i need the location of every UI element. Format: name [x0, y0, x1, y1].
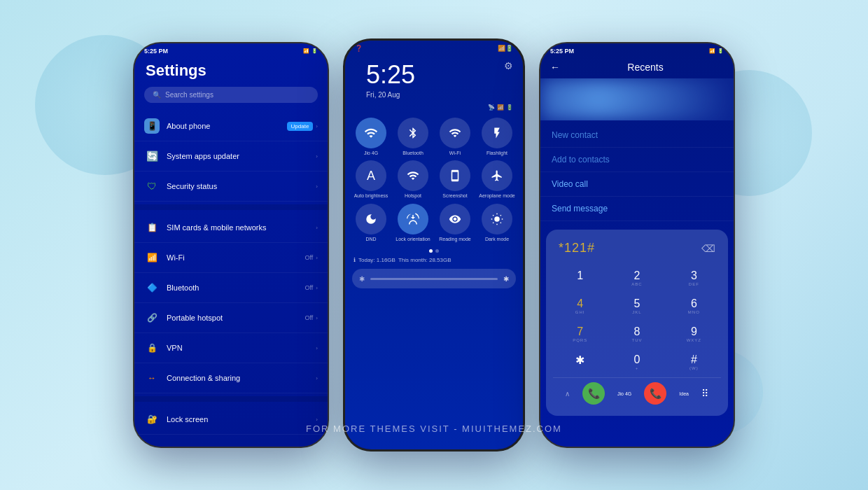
screenshot-icon [440, 160, 470, 191]
qs-time-row: 5:25 Fri, 20 Aug ⚙ [345, 52, 523, 104]
dial-num-5: 5 [634, 298, 640, 310]
dial-key-8[interactable]: 8 TUV [610, 321, 664, 346]
dial-sub-2: ABC [631, 282, 642, 286]
recents-item-newcontact[interactable]: New contact [540, 123, 734, 148]
hotspot-tile-label: Hotspot [405, 193, 421, 199]
settings-item-vpn[interactable]: 🔒 VPN › [134, 333, 328, 363]
rotation-icon [398, 204, 428, 234]
call-icon-1: 📞 [588, 388, 600, 399]
updater-label: System apps updater [167, 152, 316, 160]
dial-num-hash: # [691, 354, 697, 366]
dial-sub-4: GHI [575, 310, 585, 314]
bt-tile-icon [398, 118, 428, 148]
qs-data-usage: ℹ Today: 1.16GB This month: 28.53GB [345, 255, 523, 265]
settings-item-hotspot[interactable]: 🔗 Portable hotspot Off › [134, 303, 328, 333]
dial-keypad: 1 2 ABC 3 DEF 4 GHI 5 JKL [553, 265, 721, 374]
qs-status-icons: ❓ [355, 45, 363, 52]
dial-key-9[interactable]: 9 WXYZ [667, 321, 721, 346]
settings-item-about[interactable]: 📱 About phone Update › [134, 111, 328, 141]
dial-key-6[interactable]: 6 MNO [667, 293, 721, 318]
qs-tile-rotation[interactable]: Lock orientation [394, 204, 432, 242]
qs-tile-reading[interactable]: Reading mode [436, 204, 474, 242]
settings-search[interactable]: 🔍 Search settings [144, 87, 318, 103]
settings-item-bluetooth[interactable]: 🔷 Bluetooth Off › [134, 273, 328, 303]
brightness-slider[interactable]: ✱ ✱ [352, 269, 516, 288]
settings-item-sim[interactable]: 📋 SIM cards & mobile networks › [134, 213, 328, 243]
hotspot-value: Off [304, 314, 313, 321]
qs-tile-wifi[interactable]: Wi-Fi [436, 118, 474, 156]
connection-icon: ↔ [144, 370, 160, 386]
status-icons-1: 📶 🔋 [303, 48, 318, 54]
qs-tile-darkmode[interactable]: Dark mode [478, 204, 516, 242]
qs-tiles-grid: Jio 4G Bluetooth Wi-Fi [345, 113, 523, 246]
back-button[interactable]: ← [550, 62, 560, 73]
qs-status-right: 📶🔋 [498, 45, 513, 52]
dial-key-7[interactable]: 7 PQRS [553, 321, 607, 346]
more-button[interactable]: ⠿ [701, 388, 709, 399]
lock-icon: 🔐 [144, 412, 160, 427]
settings-item-updater[interactable]: 🔄 System apps updater › [134, 141, 328, 172]
dial-key-hash[interactable]: # (W) [667, 349, 721, 374]
darkmode-label: Dark mode [485, 237, 509, 242]
qs-tile-bluetooth[interactable]: Bluetooth [394, 118, 432, 156]
vpn-label: VPN [167, 344, 316, 352]
search-placeholder: Search settings [165, 91, 214, 99]
settings-item-lock[interactable]: 🔐 Lock screen › [134, 405, 328, 435]
settings-list: 📱 About phone Update › 🔄 System apps upd… [134, 111, 328, 435]
dial-key-4[interactable]: 4 GHI [553, 293, 607, 318]
jio-label: Jio 4G [364, 150, 378, 156]
gear-icon[interactable]: ⚙ [504, 55, 513, 71]
more-dots-icon: ⠿ [701, 388, 709, 399]
sim2-call-button[interactable]: 📞 [644, 382, 666, 405]
expand-button[interactable]: ∧ [565, 390, 570, 398]
data-month: This month: 28.53GB [398, 257, 451, 263]
dial-num-7: 7 [577, 326, 583, 338]
rotation-label: Lock orientation [396, 237, 430, 242]
dial-num-8: 8 [634, 326, 640, 338]
airplane-label: Aeroplane mode [479, 193, 514, 199]
divider-1 [134, 204, 328, 210]
vpn-icon: 🔒 [144, 340, 160, 356]
autobrightness-icon: A [356, 160, 386, 191]
qs-tile-flashlight[interactable]: Flashlight [478, 118, 516, 156]
svg-line-4 [500, 223, 501, 223]
sim1-call-button[interactable]: 📞 [582, 382, 605, 405]
dial-key-0[interactable]: 0 + [610, 349, 664, 374]
chevron-icon: › [316, 123, 318, 130]
dial-key-5[interactable]: 5 JKL [610, 293, 664, 318]
qs-tile-jio[interactable]: Jio 4G [352, 118, 390, 156]
qs-tile-autobrightness[interactable]: A Auto brightness [352, 160, 390, 199]
recents-item-addcontacts[interactable]: Add to contacts [540, 148, 734, 172]
backspace-button[interactable]: ⌫ [701, 243, 715, 254]
recents-item-videocall[interactable]: Video call [540, 172, 734, 197]
qs-tile-hotspot[interactable]: Hotspot [394, 160, 432, 199]
qs-tile-airplane[interactable]: Aeroplane mode [478, 160, 516, 199]
dial-key-star[interactable]: ✱ [553, 349, 607, 374]
dial-key-1[interactable]: 1 [553, 265, 607, 290]
recents-item-message[interactable]: Send message [540, 197, 734, 221]
settings-item-security[interactable]: 🛡 Security status › [134, 172, 328, 202]
watermark: FOR MORE THEMES VISIT - MIUITHEMEZ.COM [306, 424, 562, 434]
dial-key-3[interactable]: 3 DEF [667, 265, 721, 290]
reading-icon [440, 204, 470, 234]
divider-2 [134, 396, 328, 402]
jio4g-icon [356, 118, 386, 148]
wifi-icon: 📶 [144, 250, 160, 265]
dial-sub-8: TUV [631, 338, 642, 342]
svg-line-7 [493, 223, 493, 223]
status-bar-3: 5:25 PM 📶 🔋 [540, 43, 734, 56]
flashlight-label: Flashlight [486, 150, 507, 156]
dial-key-2[interactable]: 2 ABC [610, 265, 664, 290]
dial-num-6: 6 [691, 298, 697, 310]
dial-sub-6: MNO [688, 310, 700, 314]
sim1-label: Jio 4G [617, 391, 631, 396]
recent-contacts-area [540, 78, 734, 120]
settings-item-wifi[interactable]: 📶 Wi-Fi Off › [134, 243, 328, 273]
sim1-text: Jio 4G [617, 391, 631, 396]
qs-tile-dnd[interactable]: DND [352, 204, 390, 242]
hotspot-label: Portable hotspot [167, 314, 304, 322]
bluetooth-icon: 🔷 [144, 280, 160, 295]
settings-item-connection[interactable]: ↔ Connection & sharing › [134, 363, 328, 393]
about-icon: 📱 [144, 118, 160, 134]
qs-tile-screenshot[interactable]: Screenshot [436, 160, 474, 199]
